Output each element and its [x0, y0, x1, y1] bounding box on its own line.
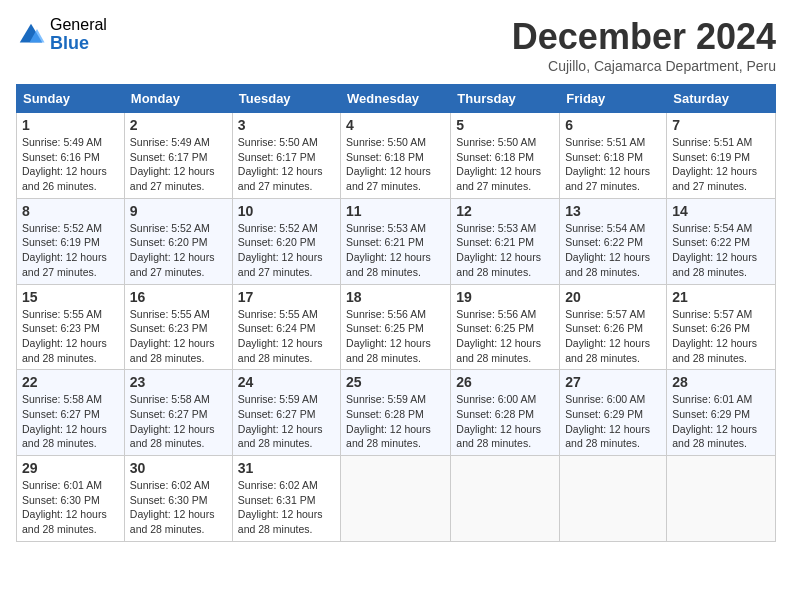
- day-info: Sunrise: 5:52 AM Sunset: 6:20 PM Dayligh…: [130, 221, 227, 280]
- day-info: Sunrise: 5:58 AM Sunset: 6:27 PM Dayligh…: [130, 392, 227, 451]
- day-info: Sunrise: 5:51 AM Sunset: 6:18 PM Dayligh…: [565, 135, 661, 194]
- calendar-cell: 28Sunrise: 6:01 AM Sunset: 6:29 PM Dayli…: [667, 370, 776, 456]
- day-number: 24: [238, 374, 335, 390]
- logo-general: General: [50, 16, 107, 34]
- calendar-cell: 4Sunrise: 5:50 AM Sunset: 6:18 PM Daylig…: [341, 113, 451, 199]
- calendar-cell: 20Sunrise: 5:57 AM Sunset: 6:26 PM Dayli…: [560, 284, 667, 370]
- calendar-header-wednesday: Wednesday: [341, 85, 451, 113]
- day-info: Sunrise: 5:58 AM Sunset: 6:27 PM Dayligh…: [22, 392, 119, 451]
- calendar-cell: 26Sunrise: 6:00 AM Sunset: 6:28 PM Dayli…: [451, 370, 560, 456]
- calendar-cell: [667, 456, 776, 542]
- calendar-cell: 13Sunrise: 5:54 AM Sunset: 6:22 PM Dayli…: [560, 198, 667, 284]
- day-number: 25: [346, 374, 445, 390]
- calendar-header-friday: Friday: [560, 85, 667, 113]
- calendar-cell: 15Sunrise: 5:55 AM Sunset: 6:23 PM Dayli…: [17, 284, 125, 370]
- day-info: Sunrise: 5:56 AM Sunset: 6:25 PM Dayligh…: [456, 307, 554, 366]
- day-number: 30: [130, 460, 227, 476]
- location: Cujillo, Cajamarca Department, Peru: [512, 58, 776, 74]
- day-number: 10: [238, 203, 335, 219]
- day-info: Sunrise: 6:00 AM Sunset: 6:29 PM Dayligh…: [565, 392, 661, 451]
- day-info: Sunrise: 5:54 AM Sunset: 6:22 PM Dayligh…: [672, 221, 770, 280]
- calendar-cell: 2Sunrise: 5:49 AM Sunset: 6:17 PM Daylig…: [124, 113, 232, 199]
- day-number: 31: [238, 460, 335, 476]
- calendar-cell: 14Sunrise: 5:54 AM Sunset: 6:22 PM Dayli…: [667, 198, 776, 284]
- day-number: 29: [22, 460, 119, 476]
- day-info: Sunrise: 5:51 AM Sunset: 6:19 PM Dayligh…: [672, 135, 770, 194]
- calendar-cell: 9Sunrise: 5:52 AM Sunset: 6:20 PM Daylig…: [124, 198, 232, 284]
- calendar-cell: 22Sunrise: 5:58 AM Sunset: 6:27 PM Dayli…: [17, 370, 125, 456]
- day-info: Sunrise: 5:52 AM Sunset: 6:20 PM Dayligh…: [238, 221, 335, 280]
- calendar-table: SundayMondayTuesdayWednesdayThursdayFrid…: [16, 84, 776, 542]
- day-number: 8: [22, 203, 119, 219]
- day-number: 11: [346, 203, 445, 219]
- calendar-week-row: 22Sunrise: 5:58 AM Sunset: 6:27 PM Dayli…: [17, 370, 776, 456]
- day-info: Sunrise: 5:49 AM Sunset: 6:17 PM Dayligh…: [130, 135, 227, 194]
- day-info: Sunrise: 5:59 AM Sunset: 6:27 PM Dayligh…: [238, 392, 335, 451]
- day-info: Sunrise: 5:50 AM Sunset: 6:18 PM Dayligh…: [456, 135, 554, 194]
- logo-icon: [16, 20, 46, 50]
- day-number: 15: [22, 289, 119, 305]
- calendar-cell: 21Sunrise: 5:57 AM Sunset: 6:26 PM Dayli…: [667, 284, 776, 370]
- calendar-cell: [560, 456, 667, 542]
- day-info: Sunrise: 6:00 AM Sunset: 6:28 PM Dayligh…: [456, 392, 554, 451]
- day-info: Sunrise: 5:57 AM Sunset: 6:26 PM Dayligh…: [672, 307, 770, 366]
- logo: General Blue: [16, 16, 107, 53]
- calendar-header-thursday: Thursday: [451, 85, 560, 113]
- day-number: 21: [672, 289, 770, 305]
- calendar-cell: 18Sunrise: 5:56 AM Sunset: 6:25 PM Dayli…: [341, 284, 451, 370]
- day-number: 2: [130, 117, 227, 133]
- day-number: 14: [672, 203, 770, 219]
- day-number: 1: [22, 117, 119, 133]
- calendar-cell: 25Sunrise: 5:59 AM Sunset: 6:28 PM Dayli…: [341, 370, 451, 456]
- day-info: Sunrise: 5:59 AM Sunset: 6:28 PM Dayligh…: [346, 392, 445, 451]
- calendar-cell: 27Sunrise: 6:00 AM Sunset: 6:29 PM Dayli…: [560, 370, 667, 456]
- day-number: 3: [238, 117, 335, 133]
- calendar-header-saturday: Saturday: [667, 85, 776, 113]
- day-info: Sunrise: 5:52 AM Sunset: 6:19 PM Dayligh…: [22, 221, 119, 280]
- calendar-cell: 7Sunrise: 5:51 AM Sunset: 6:19 PM Daylig…: [667, 113, 776, 199]
- day-number: 28: [672, 374, 770, 390]
- calendar-cell: 5Sunrise: 5:50 AM Sunset: 6:18 PM Daylig…: [451, 113, 560, 199]
- day-info: Sunrise: 5:53 AM Sunset: 6:21 PM Dayligh…: [346, 221, 445, 280]
- calendar-header-tuesday: Tuesday: [232, 85, 340, 113]
- calendar-header-monday: Monday: [124, 85, 232, 113]
- day-number: 13: [565, 203, 661, 219]
- day-number: 17: [238, 289, 335, 305]
- calendar-cell: 8Sunrise: 5:52 AM Sunset: 6:19 PM Daylig…: [17, 198, 125, 284]
- day-number: 23: [130, 374, 227, 390]
- calendar-cell: 12Sunrise: 5:53 AM Sunset: 6:21 PM Dayli…: [451, 198, 560, 284]
- day-info: Sunrise: 5:50 AM Sunset: 6:17 PM Dayligh…: [238, 135, 335, 194]
- day-info: Sunrise: 5:56 AM Sunset: 6:25 PM Dayligh…: [346, 307, 445, 366]
- logo-text: General Blue: [50, 16, 107, 53]
- day-info: Sunrise: 6:01 AM Sunset: 6:30 PM Dayligh…: [22, 478, 119, 537]
- calendar-cell: 6Sunrise: 5:51 AM Sunset: 6:18 PM Daylig…: [560, 113, 667, 199]
- day-number: 27: [565, 374, 661, 390]
- calendar-cell: 1Sunrise: 5:49 AM Sunset: 6:16 PM Daylig…: [17, 113, 125, 199]
- day-info: Sunrise: 5:55 AM Sunset: 6:24 PM Dayligh…: [238, 307, 335, 366]
- calendar-week-row: 29Sunrise: 6:01 AM Sunset: 6:30 PM Dayli…: [17, 456, 776, 542]
- day-info: Sunrise: 6:02 AM Sunset: 6:31 PM Dayligh…: [238, 478, 335, 537]
- calendar-header-sunday: Sunday: [17, 85, 125, 113]
- day-number: 7: [672, 117, 770, 133]
- day-info: Sunrise: 5:50 AM Sunset: 6:18 PM Dayligh…: [346, 135, 445, 194]
- title-section: December 2024 Cujillo, Cajamarca Departm…: [512, 16, 776, 74]
- day-number: 19: [456, 289, 554, 305]
- calendar-week-row: 8Sunrise: 5:52 AM Sunset: 6:19 PM Daylig…: [17, 198, 776, 284]
- calendar-cell: 3Sunrise: 5:50 AM Sunset: 6:17 PM Daylig…: [232, 113, 340, 199]
- calendar-cell: 31Sunrise: 6:02 AM Sunset: 6:31 PM Dayli…: [232, 456, 340, 542]
- day-info: Sunrise: 5:49 AM Sunset: 6:16 PM Dayligh…: [22, 135, 119, 194]
- page-header: General Blue December 2024 Cujillo, Caja…: [16, 16, 776, 74]
- calendar-cell: 10Sunrise: 5:52 AM Sunset: 6:20 PM Dayli…: [232, 198, 340, 284]
- calendar-cell: 29Sunrise: 6:01 AM Sunset: 6:30 PM Dayli…: [17, 456, 125, 542]
- day-info: Sunrise: 5:55 AM Sunset: 6:23 PM Dayligh…: [22, 307, 119, 366]
- day-number: 26: [456, 374, 554, 390]
- calendar-cell: 17Sunrise: 5:55 AM Sunset: 6:24 PM Dayli…: [232, 284, 340, 370]
- calendar-cell: [451, 456, 560, 542]
- calendar-week-row: 1Sunrise: 5:49 AM Sunset: 6:16 PM Daylig…: [17, 113, 776, 199]
- day-number: 16: [130, 289, 227, 305]
- day-number: 20: [565, 289, 661, 305]
- calendar-header-row: SundayMondayTuesdayWednesdayThursdayFrid…: [17, 85, 776, 113]
- day-number: 5: [456, 117, 554, 133]
- calendar-cell: 19Sunrise: 5:56 AM Sunset: 6:25 PM Dayli…: [451, 284, 560, 370]
- day-number: 4: [346, 117, 445, 133]
